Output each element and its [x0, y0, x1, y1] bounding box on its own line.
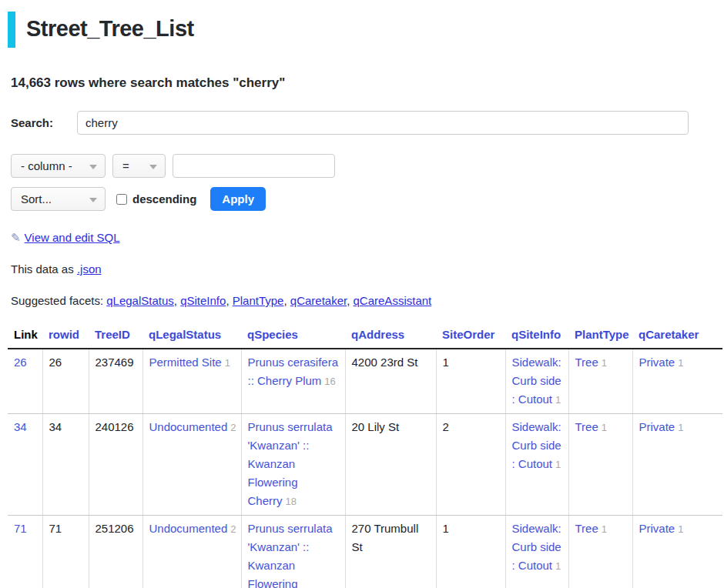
column-header-qspecies: qSpecies	[241, 324, 345, 349]
facet-value-link[interactable]: Sidewalk: Curb side : Cutout	[512, 356, 561, 406]
facets-prefix: Suggested facets:	[11, 294, 106, 307]
column-header-qaddress: qAddress	[345, 324, 436, 349]
facet-value-link[interactable]: Tree	[575, 420, 598, 433]
facet-value-link[interactable]: Sidewalk: Curb side : Cutout	[512, 522, 561, 572]
data-as-prefix: This data as	[11, 262, 77, 276]
cell-link: 71	[8, 516, 42, 588]
facet-value-link[interactable]: Private	[639, 356, 675, 369]
cell-qaddress: 4200 23rd St	[345, 349, 436, 414]
column-header-siteorder: SiteOrder	[436, 324, 505, 349]
facet-value-link[interactable]: Prunus serrulata 'Kwanzan' :: Kwanzan Fl…	[248, 522, 333, 588]
cell-qcaretaker: Private1	[632, 516, 722, 588]
table-row: 26 26 237469 Permitted Site1 Prunus cera…	[8, 349, 722, 414]
sort-select-value: Sort...	[21, 192, 52, 205]
facet-count: 2	[230, 523, 236, 535]
descending-option: descending	[116, 192, 196, 205]
cell-treeid: 240126	[89, 414, 142, 516]
facet-count: 1	[602, 523, 607, 535]
column-header-planttype: PlantType	[568, 324, 632, 349]
sort-rowid-link[interactable]: rowid	[49, 328, 79, 341]
filter-value-input[interactable]	[173, 154, 335, 178]
facet-value-link[interactable]: Tree	[575, 522, 598, 535]
apply-button[interactable]: Apply	[210, 187, 266, 211]
sort-qspecies-link[interactable]: qSpecies	[247, 328, 298, 341]
facet-link-qlegalstatus[interactable]: qLegalStatus	[106, 294, 174, 307]
facet-count: 18	[286, 496, 297, 507]
sort-qaddress-link[interactable]: qAddress	[351, 328, 404, 341]
filter-row: - column - =	[11, 154, 724, 178]
facet-value-link[interactable]: Private	[639, 522, 675, 535]
column-header-treeid: TreeID	[89, 324, 142, 349]
facet-link-qcareassistant[interactable]: qCareAssistant	[354, 294, 432, 307]
cell-rowid: 26	[42, 349, 89, 414]
sort-siteorder-link[interactable]: SiteOrder	[442, 328, 494, 341]
row-link[interactable]: 34	[14, 420, 27, 433]
facet-count: 1	[602, 422, 607, 433]
sort-planttype-link[interactable]: PlantType	[575, 328, 629, 341]
results-table: Link rowid TreeID qLegalStatus qSpecies …	[8, 324, 722, 588]
facet-count: 1	[678, 357, 683, 369]
chevron-down-icon	[89, 198, 97, 202]
cell-siteorder: 1	[436, 349, 505, 414]
filter-operator-select-value: =	[122, 159, 129, 172]
sort-treeid-link[interactable]: TreeID	[95, 328, 130, 341]
cell-qsiteinfo: Sidewalk: Curb side : Cutout1	[505, 516, 568, 588]
facet-link-qsiteinfo[interactable]: qSiteInfo	[180, 294, 226, 307]
column-header-qsiteinfo: qSiteInfo	[505, 324, 568, 349]
facet-value-link[interactable]: Undocumented	[149, 420, 228, 433]
row-link[interactable]: 26	[14, 356, 27, 369]
column-header-qlegalstatus: qLegalStatus	[142, 324, 241, 349]
json-link[interactable]: .json	[77, 262, 102, 276]
sort-qlegalstatus-link[interactable]: qLegalStatus	[149, 328, 221, 341]
page-title: Street_Tree_List	[26, 12, 194, 48]
search-input[interactable]	[77, 111, 689, 135]
column-header-link: Link	[8, 324, 42, 349]
cell-qcaretaker: Private1	[632, 349, 722, 414]
descending-checkbox[interactable]	[116, 194, 127, 205]
page-header: Street_Tree_List	[8, 12, 724, 48]
facet-value-link[interactable]: Permitted Site	[149, 356, 222, 369]
sort-qcaretaker-link[interactable]: qCaretaker	[639, 328, 699, 341]
facet-separator: ,	[226, 294, 232, 307]
filter-operator-select[interactable]: =	[112, 154, 166, 178]
cell-siteorder: 1	[436, 516, 505, 588]
facet-separator: ,	[174, 294, 180, 307]
suggested-facets-line: Suggested facets: qLegalStatus, qSiteInf…	[11, 294, 724, 307]
facet-value-link[interactable]: Undocumented	[149, 522, 228, 535]
facet-separator: ,	[347, 294, 353, 307]
cell-qspecies: Prunus serrulata 'Kwanzan' :: Kwanzan Fl…	[241, 516, 345, 588]
facet-count: 1	[225, 357, 230, 369]
sort-select[interactable]: Sort...	[11, 187, 106, 211]
cell-qaddress: 270 Trumbull St	[345, 516, 436, 588]
page: Street_Tree_List 14,663 rows where searc…	[0, 0, 724, 588]
chevron-down-icon	[149, 165, 157, 169]
cell-treeid: 251206	[89, 516, 142, 588]
cell-qlegalstatus: Permitted Site1	[142, 349, 241, 414]
sort-qsiteinfo-link[interactable]: qSiteInfo	[511, 328, 561, 341]
filter-column-select[interactable]: - column -	[11, 154, 106, 178]
facet-value-link[interactable]: Sidewalk: Curb side : Cutout	[512, 420, 561, 470]
cell-rowid: 71	[42, 516, 89, 588]
accent-bar	[8, 12, 15, 48]
facet-link-qcaretaker[interactable]: qCaretaker	[290, 294, 347, 307]
sort-row: Sort... descending Apply	[11, 187, 724, 211]
filter-column-select-value: - column -	[21, 159, 72, 172]
chevron-down-icon	[89, 165, 97, 169]
facet-count: 2	[230, 422, 236, 433]
table-header-row: Link rowid TreeID qLegalStatus qSpecies …	[8, 324, 722, 349]
facet-value-link[interactable]: Private	[639, 420, 675, 433]
row-link[interactable]: 71	[14, 522, 27, 535]
cell-qlegalstatus: Undocumented2	[142, 414, 241, 516]
cell-qsiteinfo: Sidewalk: Curb side : Cutout1	[505, 349, 568, 414]
facet-link-planttype[interactable]: PlantType	[233, 294, 284, 307]
facet-count: 1	[678, 422, 683, 433]
cell-qspecies: Prunus cerasifera :: Cherry Plum16	[241, 349, 345, 414]
facet-count: 1	[555, 459, 561, 470]
facet-value-link[interactable]: Tree	[575, 356, 598, 369]
sql-line: ✎View and edit SQL	[11, 231, 724, 245]
view-edit-sql-link[interactable]: View and edit SQL	[25, 231, 120, 244]
table-row: 71 71 251206 Undocumented2 Prunus serrul…	[8, 516, 722, 588]
cell-planttype: Tree1	[568, 516, 632, 588]
facet-value-link[interactable]: Prunus serrulata 'Kwanzan' :: Kwanzan Fl…	[248, 420, 333, 507]
facet-count: 1	[602, 357, 607, 369]
